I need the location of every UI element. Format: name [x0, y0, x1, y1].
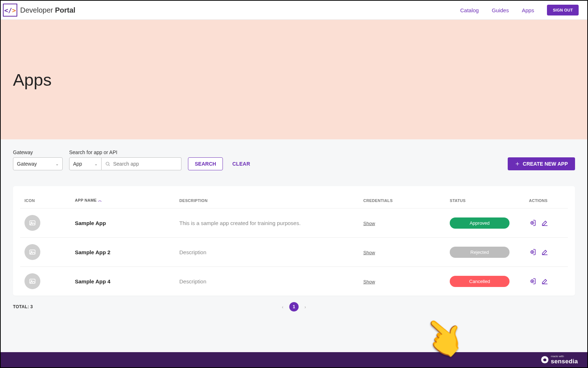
view-icon[interactable]	[529, 278, 536, 285]
hero-banner: Apps	[1, 20, 587, 139]
apps-table-card: ICON APP NAME︿ DESCRIPTION CREDENTIALS S…	[13, 186, 575, 296]
gateway-label: Gateway	[13, 149, 63, 155]
status-badge: Rejected	[450, 247, 510, 258]
nav-link-apps[interactable]: Apps	[522, 7, 534, 13]
page-prev[interactable]: ‹	[280, 303, 286, 311]
cell-description: Description	[175, 267, 359, 296]
create-new-app-button[interactable]: CREATE NEW APP	[508, 157, 575, 170]
search-type-select[interactable]: App ⌄	[69, 157, 102, 170]
th-icon: ICON	[20, 193, 71, 208]
chevron-down-icon: ⌄	[94, 162, 98, 166]
view-icon[interactable]	[529, 248, 536, 256]
cell-app-name: Sample App 4	[71, 267, 175, 296]
chevron-down-icon: ⌄	[55, 162, 59, 166]
show-credentials-link[interactable]: Show	[363, 250, 375, 255]
edit-icon[interactable]	[541, 219, 548, 226]
signout-button[interactable]: SIGN OUT	[547, 5, 579, 15]
made-with-label: made with	[551, 355, 578, 358]
cell-app-name: Sample App	[71, 208, 175, 238]
search-box	[102, 157, 181, 170]
image-placeholder-icon	[24, 273, 40, 289]
search-input[interactable]	[113, 161, 178, 167]
brand-block: </> Developer Portal	[3, 4, 75, 17]
sort-asc-icon: ︿	[98, 198, 102, 202]
th-description: DESCRIPTION	[175, 193, 359, 208]
create-btn-label: CREATE NEW APP	[523, 161, 568, 167]
table-footer: TOTAL: 3 ‹ 1 ›	[13, 304, 575, 309]
brand-text: Developer Portal	[20, 6, 75, 14]
cell-description: Description	[175, 238, 359, 267]
th-credentials: CREDENTIALS	[359, 193, 445, 208]
show-credentials-link[interactable]: Show	[363, 279, 375, 284]
header-nav: Catalog Guides Apps SIGN OUT	[460, 5, 579, 15]
status-badge: Approved	[450, 217, 510, 229]
sensedia-brand: made with sensedia	[541, 355, 578, 365]
brand-bold: Portal	[55, 6, 76, 14]
edit-icon[interactable]	[541, 248, 548, 256]
table-row: Sample App 2DescriptionShowRejected	[20, 238, 568, 267]
nav-link-guides[interactable]: Guides	[492, 7, 509, 13]
content-area: Gateway Gateway ⌄ Search for app or API …	[1, 139, 587, 352]
image-placeholder-icon	[24, 244, 40, 260]
gateway-filter: Gateway Gateway ⌄	[13, 149, 63, 170]
search-label: Search for app or API	[69, 149, 181, 155]
pagination: ‹ 1 ›	[280, 302, 308, 311]
cell-app-name: Sample App 2	[71, 238, 175, 267]
apps-table: ICON APP NAME︿ DESCRIPTION CREDENTIALS S…	[20, 193, 568, 296]
svg-point-12	[532, 252, 533, 253]
brand-prefix: Developer	[20, 6, 55, 14]
code-logo-icon: </>	[3, 4, 17, 17]
filter-row: Gateway Gateway ⌄ Search for app or API …	[13, 149, 575, 170]
bottom-bar: made with sensedia	[1, 352, 587, 367]
top-header: </> Developer Portal Catalog Guides Apps…	[1, 1, 587, 20]
search-icon	[105, 161, 110, 167]
page-next[interactable]: ›	[302, 303, 309, 311]
plus-icon	[515, 161, 520, 166]
cell-description: This is a sample app created for trainin…	[175, 208, 359, 238]
edit-icon[interactable]	[541, 278, 548, 285]
clear-button[interactable]: CLEAR	[229, 157, 253, 170]
gateway-value: Gateway	[17, 161, 37, 167]
th-status: STATUS	[445, 193, 525, 208]
sensedia-label: sensedia	[551, 358, 578, 365]
sensedia-logo-icon	[541, 356, 549, 364]
search-button[interactable]: SEARCH	[188, 157, 223, 170]
view-icon[interactable]	[529, 219, 536, 226]
search-type-value: App	[73, 161, 82, 167]
search-filter: Search for app or API App ⌄	[69, 149, 181, 170]
svg-point-7	[532, 223, 533, 224]
total-count: TOTAL: 3	[13, 304, 33, 309]
search-combo: App ⌄	[69, 157, 181, 170]
svg-line-1	[109, 165, 110, 166]
nav-link-catalog[interactable]: Catalog	[460, 7, 479, 13]
page-title: Apps	[13, 70, 51, 90]
svg-point-17	[532, 281, 533, 282]
svg-point-0	[106, 162, 109, 165]
table-row: Sample App 4DescriptionShowCancelled	[20, 267, 568, 296]
th-actions: ACTIONS	[525, 193, 568, 208]
page-current[interactable]: 1	[289, 302, 299, 311]
show-credentials-link[interactable]: Show	[363, 221, 375, 226]
th-app-name[interactable]: APP NAME︿	[71, 193, 175, 208]
gateway-select[interactable]: Gateway ⌄	[13, 157, 63, 170]
table-row: Sample AppThis is a sample app created f…	[20, 208, 568, 238]
status-badge: Cancelled	[450, 276, 510, 287]
image-placeholder-icon	[24, 215, 40, 231]
